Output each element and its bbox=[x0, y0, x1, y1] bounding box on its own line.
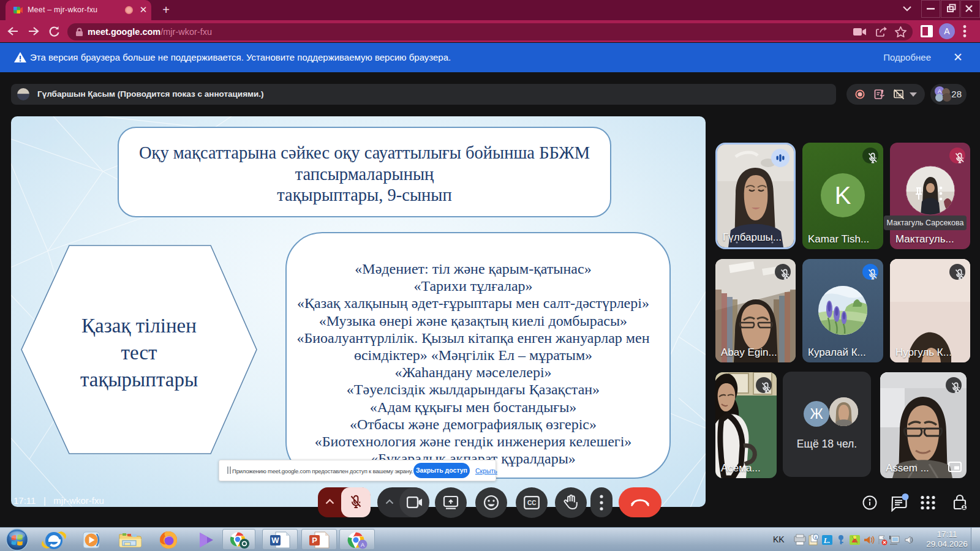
svg-text:P: P bbox=[312, 536, 317, 545]
svg-text:W: W bbox=[271, 536, 279, 545]
svg-text:i: i bbox=[815, 535, 816, 540]
svg-text:A: A bbox=[361, 542, 364, 548]
svg-text:L.: L. bbox=[823, 536, 830, 545]
svg-text:CC: CC bbox=[527, 500, 536, 506]
